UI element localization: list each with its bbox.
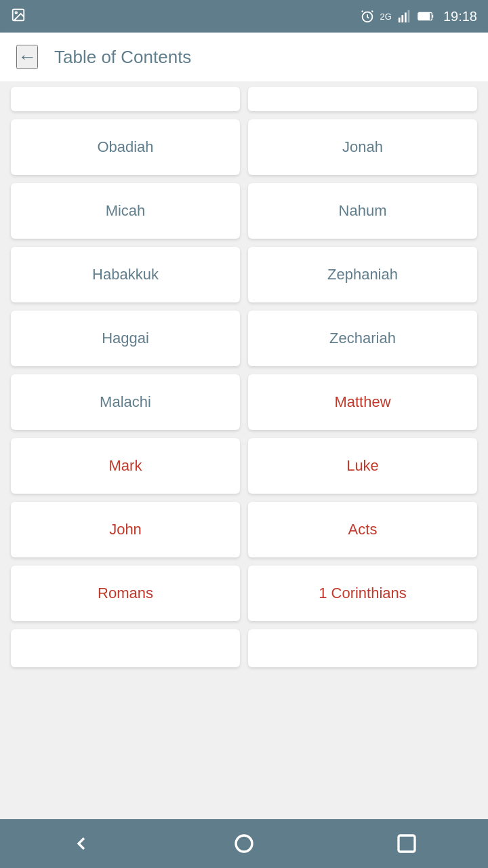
page-title: Table of Contents [54, 47, 191, 68]
status-bar: 2G 19:18 [0, 0, 488, 33]
alarm-icon [360, 9, 375, 24]
back-nav-icon [70, 833, 92, 854]
book-jonah[interactable]: Jonah [248, 119, 477, 175]
book-1corinthians[interactable]: 1 Corinthians [248, 566, 477, 621]
book-partial-left[interactable] [11, 629, 240, 667]
book-acts[interactable]: Acts [248, 502, 477, 557]
svg-point-12 [236, 835, 252, 852]
book-malachi[interactable]: Malachi [11, 374, 240, 430]
book-habakkuk[interactable]: Habakkuk [11, 247, 240, 302]
svg-rect-13 [399, 835, 415, 852]
recents-nav-icon [396, 833, 418, 854]
back-nav-button[interactable] [70, 833, 92, 854]
status-image-icon [11, 7, 26, 26]
svg-rect-10 [419, 13, 430, 19]
book-haggai[interactable]: Haggai [11, 311, 240, 366]
book-john[interactable]: John [11, 502, 240, 557]
svg-line-4 [371, 11, 373, 12]
book-luke[interactable]: Luke [248, 438, 477, 494]
list-item[interactable] [248, 87, 477, 111]
battery-icon [418, 9, 435, 24]
home-nav-icon [233, 833, 255, 854]
book-zechariah[interactable]: Zechariah [248, 311, 477, 366]
book-micah[interactable]: Micah [11, 183, 240, 239]
book-mark[interactable]: Mark [11, 438, 240, 494]
svg-rect-8 [408, 10, 410, 22]
svg-rect-5 [399, 18, 401, 22]
book-zephaniah[interactable]: Zephaniah [248, 247, 477, 302]
svg-rect-7 [405, 13, 407, 23]
book-partial-right[interactable] [248, 629, 477, 667]
content-area: Obadiah Jonah Micah Nahum Habakkuk Zepha… [0, 81, 488, 819]
book-grid: Obadiah Jonah Micah Nahum Habakkuk Zepha… [11, 119, 477, 667]
back-button[interactable]: ← [16, 45, 38, 69]
bottom-nav [0, 819, 488, 868]
signal-icon [397, 9, 412, 24]
recents-nav-button[interactable] [396, 833, 418, 854]
book-matthew[interactable]: Matthew [248, 374, 477, 430]
status-icons: 2G 19:18 [360, 9, 477, 24]
book-obadiah[interactable]: Obadiah [11, 119, 240, 175]
home-nav-button[interactable] [233, 833, 255, 854]
svg-line-3 [361, 11, 363, 12]
list-item[interactable] [11, 87, 240, 111]
svg-point-1 [15, 12, 17, 14]
book-romans[interactable]: Romans [11, 566, 240, 621]
book-nahum[interactable]: Nahum [248, 183, 477, 239]
top-bar: ← Table of Contents [0, 33, 488, 81]
network-2g: 2G [380, 12, 392, 22]
svg-rect-6 [401, 15, 403, 22]
clock-time: 19:18 [443, 9, 477, 24]
partial-top-row [11, 87, 477, 111]
